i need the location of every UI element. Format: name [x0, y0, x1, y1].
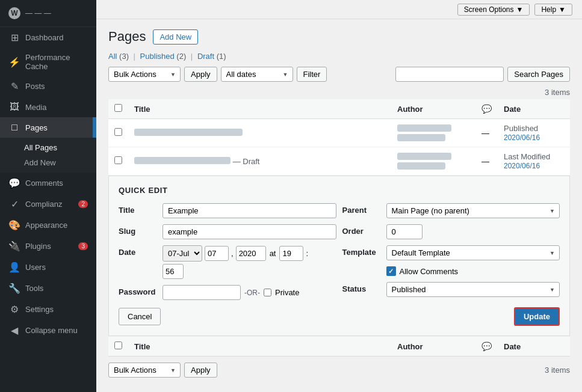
- qe-title-input[interactable]: [163, 203, 336, 218]
- qe-comma-sep: ,: [231, 249, 234, 258]
- all-dates-select[interactable]: All dates: [221, 67, 293, 82]
- qe-right-column: Parent Main Page (no parent) O: [342, 203, 560, 300]
- sidebar-item-collapse[interactable]: ◀ Collapse menu: [0, 320, 96, 341]
- sidebar: W — — — ⊞ Dashboard ⚡ Performance Cache …: [0, 0, 96, 392]
- sidebar-item-tools[interactable]: 🔧 Tools: [0, 278, 96, 299]
- row1-date-link[interactable]: 2020/06/16: [504, 133, 540, 142]
- sidebar-item-complianz[interactable]: ✓ Complianz 2: [0, 194, 96, 215]
- qe-min-input[interactable]: [163, 264, 184, 279]
- bulk-actions-select-wrapper[interactable]: Bulk Actions: [108, 67, 181, 82]
- tools-icon: 🔧: [8, 283, 20, 294]
- qe-order-row: Order: [342, 224, 560, 239]
- bottom-comments-header[interactable]: 💬: [475, 337, 498, 357]
- sidebar-item-media[interactable]: 🖼 Media: [0, 97, 96, 117]
- qe-time-colon: :: [306, 249, 308, 258]
- qe-template-select[interactable]: Default Template: [386, 245, 560, 260]
- sidebar-item-label: Plugins: [25, 242, 51, 251]
- help-label: Help: [541, 5, 556, 14]
- sidebar-item-posts[interactable]: ✎ Posts: [0, 76, 96, 97]
- row1-checkbox[interactable]: [114, 128, 122, 136]
- date-column-header[interactable]: Date: [498, 99, 570, 119]
- filter-published-link[interactable]: Published (2): [140, 52, 187, 61]
- bottom-date-label: Date: [504, 342, 521, 351]
- row2-date-link[interactable]: 2020/06/16: [504, 162, 540, 170]
- qe-day-input[interactable]: [205, 246, 229, 261]
- filter-draft-link[interactable]: Draft (1): [197, 52, 226, 61]
- sidebar-item-plugins[interactable]: 🔌 Plugins 3: [0, 236, 96, 257]
- qe-parent-select-wrapper[interactable]: Main Page (no parent): [386, 203, 560, 218]
- row2-date-cell: Last Modified 2020/06/16: [498, 147, 570, 176]
- qe-comments-spacer: [342, 266, 382, 269]
- add-new-sub-label: Add New: [24, 158, 56, 167]
- filter-links: All (3) | Published (2) | Draft (1): [108, 52, 570, 61]
- qe-month-select[interactable]: 07-Jul: [163, 245, 202, 262]
- sidebar-item-comments[interactable]: 💬 Comments: [0, 173, 96, 194]
- all-dates-select-wrapper[interactable]: All dates: [221, 67, 293, 82]
- update-button[interactable]: Update: [514, 307, 560, 326]
- search-pages-button[interactable]: Search Pages: [507, 67, 570, 82]
- wp-logo-icon: W: [8, 7, 20, 19]
- select-all-checkbox[interactable]: [114, 104, 122, 112]
- bulk-actions-select[interactable]: Bulk Actions: [108, 67, 181, 82]
- row1-author-line1: [397, 124, 451, 132]
- qe-allow-comments-checkbox[interactable]: [386, 266, 396, 276]
- apply-button[interactable]: Apply: [184, 67, 217, 82]
- sidebar-item-appearance[interactable]: 🎨 Appearance: [0, 215, 96, 236]
- screen-options-label: Screen Options: [464, 5, 514, 14]
- bottom-bulk-actions-wrapper[interactable]: Bulk Actions: [108, 363, 181, 378]
- qe-parent-select[interactable]: Main Page (no parent): [386, 203, 560, 218]
- sidebar-subitem-add-new[interactable]: Add New: [24, 155, 96, 170]
- qe-order-label: Order: [342, 224, 382, 236]
- qe-order-input[interactable]: [386, 224, 423, 239]
- qe-hour-input[interactable]: [279, 246, 303, 261]
- qe-status-select[interactable]: Published: [386, 282, 560, 297]
- bottom-apply-button[interactable]: Apply: [184, 363, 217, 378]
- filter-button[interactable]: Filter: [297, 67, 327, 82]
- comments-column-header[interactable]: 💬: [475, 99, 498, 119]
- qe-date-row-2: [163, 264, 308, 279]
- title-column-header[interactable]: Title: [128, 99, 391, 119]
- sidebar-item-pages[interactable]: □ Pages: [0, 117, 96, 138]
- sidebar-item-label: Pages: [25, 123, 48, 132]
- bottom-title-header[interactable]: Title: [128, 337, 391, 357]
- row2-status: Last Modified: [504, 152, 550, 161]
- qe-date-row: Date 07-Jul ,: [119, 245, 336, 279]
- screen-options-button[interactable]: Screen Options ▼: [457, 4, 530, 16]
- sidebar-item-label: Posts: [25, 82, 45, 91]
- collapse-icon: ◀: [8, 325, 20, 336]
- cancel-button[interactable]: Cancel: [119, 308, 161, 325]
- qe-private-checkbox[interactable]: [264, 289, 271, 296]
- help-button[interactable]: Help ▼: [534, 4, 572, 16]
- qe-parent-label: Parent: [342, 203, 382, 215]
- qe-password-input[interactable]: [163, 285, 241, 300]
- sidebar-item-settings[interactable]: ⚙ Settings: [0, 299, 96, 320]
- qe-year-input[interactable]: [236, 246, 266, 261]
- sidebar-logo: W — — —: [0, 0, 96, 27]
- bottom-toolbar: Bulk Actions Apply 3 items: [108, 363, 570, 378]
- quick-edit-title: QUICK EDIT: [119, 186, 560, 195]
- row1-date-cell: Published 2020/06/16: [498, 119, 570, 147]
- add-new-button[interactable]: Add New: [153, 29, 198, 44]
- quick-edit-cell: QUICK EDIT Title Slug: [108, 176, 570, 337]
- qe-status-select-wrapper[interactable]: Published: [386, 282, 560, 297]
- sidebar-item-dashboard[interactable]: ⊞ Dashboard: [0, 27, 96, 48]
- bottom-author-header[interactable]: Author: [391, 337, 475, 357]
- row2-title-cell: — Draft: [128, 147, 391, 176]
- sidebar-subitem-all-pages[interactable]: All Pages: [24, 140, 96, 155]
- bottom-bulk-actions-select[interactable]: Bulk Actions: [108, 363, 181, 378]
- qe-template-select-wrapper[interactable]: Default Template: [386, 245, 560, 260]
- filter-all-link[interactable]: All (3): [108, 52, 129, 61]
- qe-date-inputs: 07-Jul , at :: [163, 245, 308, 279]
- bottom-select-all-checkbox[interactable]: [114, 341, 122, 349]
- author-column-header[interactable]: Author: [391, 99, 475, 119]
- users-icon: 👤: [8, 262, 20, 273]
- bottom-date-header[interactable]: Date: [498, 337, 570, 357]
- qe-slug-input[interactable]: [163, 224, 336, 239]
- search-input[interactable]: [395, 67, 504, 82]
- sidebar-item-users[interactable]: 👤 Users: [0, 257, 96, 278]
- row2-checkbox[interactable]: [114, 156, 122, 164]
- sidebar-item-performance-cache[interactable]: ⚡ Performance Cache: [0, 48, 96, 76]
- bottom-items-count: 3 items: [545, 366, 570, 375]
- qe-template-row: Template Default Template: [342, 245, 560, 260]
- row1-status: Published: [504, 124, 538, 133]
